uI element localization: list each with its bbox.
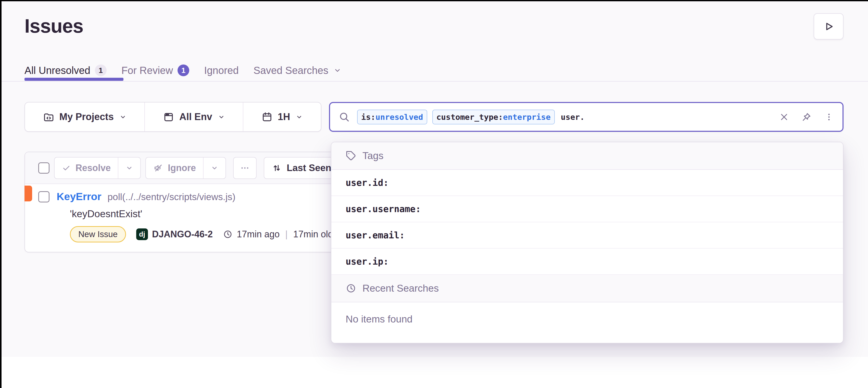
django-platform-icon: dj [136,228,148,240]
issue-culprit: poll(../../sentry/scripts/views.js) [107,192,236,202]
tab-for-review[interactable]: For Review 1 [121,64,189,76]
environment-filter-dropdown[interactable]: All Env [144,102,243,131]
chevron-down-icon [333,66,342,74]
issue-age: 17min old [293,229,333,239]
autocomplete-section-tags: Tags [331,142,843,170]
sort-arrows-icon [272,163,282,173]
chevron-down-icon [119,114,126,121]
time-separator: | [285,229,287,239]
tab-label: All Unresolved [25,65,90,76]
recent-searches-label: Recent Searches [363,283,439,294]
search-overflow-menu-icon[interactable] [824,112,834,122]
clock-icon [223,229,232,239]
autocomplete-item-user-ip[interactable]: user.ip: [331,249,843,275]
autocomplete-section-recent-searches: Recent Searches [331,275,843,302]
token-key: is: [361,112,375,122]
resolve-button[interactable]: Resolve [55,158,118,179]
project-filter-label: My Projects [59,111,114,122]
token-value: unresolved [375,112,423,122]
autocomplete-item-user-id[interactable]: user.id: [331,170,843,196]
select-all-checkbox[interactable] [38,162,50,173]
search-typed-text: user. [561,112,585,122]
new-issue-badge: New Issue [70,226,126,243]
autocomplete-item-user-username[interactable]: user.username: [331,196,843,222]
issue-checkbox[interactable] [38,191,50,202]
ignore-split-button: Ignore [145,157,226,179]
issue-last-seen: 17min ago [237,229,280,239]
tab-label: Saved Searches [253,65,329,76]
ignore-button[interactable]: Ignore [146,158,203,179]
page-filter-bar: My Projects All Env 1H [25,102,321,132]
calendar-icon [261,111,273,123]
autocomplete-item-user-email[interactable]: user.email: [331,222,843,249]
page-bottom-background [0,357,868,388]
search-token-is-unresolved[interactable]: is:unresolved [357,109,427,124]
chevron-down-icon [218,114,225,121]
screenshot-frame-top [0,0,868,1]
search-icon [339,111,350,123]
token-value: enterprise [503,112,551,122]
replay-tour-button[interactable] [814,13,843,39]
screenshot-frame-left [0,0,2,388]
more-actions-button[interactable] [233,157,257,179]
tags-section-label: Tags [363,150,383,161]
ignore-dropdown-button[interactable] [203,158,225,179]
chevron-down-icon [296,114,303,121]
environment-window-icon [163,111,174,123]
issue-project: dj DJANGO-46-2 [136,228,213,240]
play-icon [823,21,835,32]
pin-search-icon[interactable] [801,112,812,122]
project-filter-dropdown[interactable]: My Projects [25,102,144,131]
tab-count-badge: 1 [178,64,189,76]
projects-folder-icon [43,111,54,123]
page-title: Issues [25,15,84,37]
tab-label: For Review [121,65,173,76]
sort-by-label: Last Seen [287,163,331,173]
issue-search-input[interactable]: is:unresolved customer_type:enterprise u… [329,102,843,132]
tabs-bottom-border [0,81,868,82]
resolve-label: Resolve [75,163,111,173]
search-autocomplete-dropdown: Tags user.id: user.username: user.email:… [331,142,843,344]
issue-times: 17min ago | 17min old [223,229,333,239]
autocomplete-empty-state: No items found [331,302,843,336]
resolve-dropdown-button[interactable] [118,158,140,179]
issue-title-link[interactable]: KeyError [57,191,101,203]
time-range-filter-dropdown[interactable]: 1H [243,102,321,131]
tab-ignored[interactable]: Ignored [204,65,239,76]
issue-list-tabs: All Unresolved 1 For Review 1 Ignored Sa… [25,61,342,79]
active-tab-underline [25,78,123,81]
issue-short-id: DJANGO-46-2 [152,229,213,239]
tag-icon [346,151,356,161]
sort-by-button[interactable]: Last Seen [264,157,340,179]
time-range-label: 1H [278,111,290,122]
ellipsis-icon [240,163,250,173]
tab-label: Ignored [204,65,239,76]
check-icon [62,163,71,172]
token-key: customer_type: [436,112,503,122]
search-actions [779,112,834,122]
issue-level-bar [25,186,32,201]
issues-page: Issues All Unresolved 1 For Review 1 Ign… [0,0,868,388]
tab-saved-searches[interactable]: Saved Searches [253,65,342,76]
search-token-customer-type[interactable]: customer_type:enterprise [432,109,555,124]
ignore-label: Ignore [168,163,196,173]
mute-icon [153,163,163,173]
resolve-split-button: Resolve [54,157,141,179]
tab-all-unresolved[interactable]: All Unresolved 1 [25,64,106,76]
clock-icon [346,283,356,294]
environment-filter-label: All Env [179,111,212,122]
clear-search-icon[interactable] [779,112,789,122]
tab-count-badge: 1 [95,64,106,76]
